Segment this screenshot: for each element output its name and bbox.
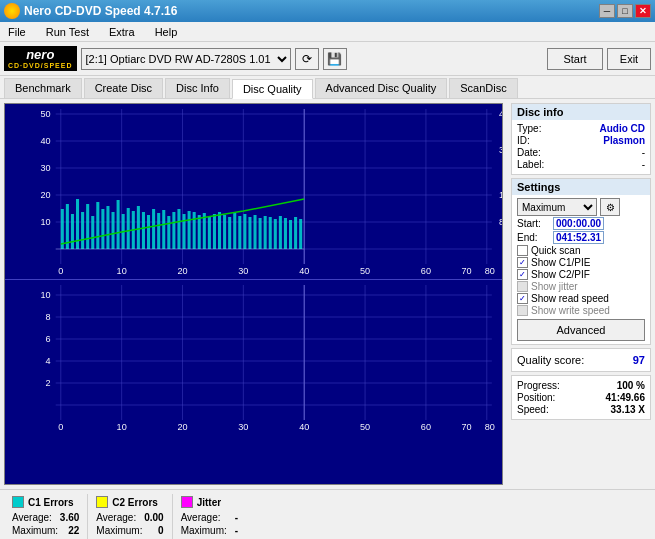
maximize-button[interactable]: □ bbox=[617, 4, 633, 18]
progress-row: Progress: 100 % bbox=[517, 380, 645, 391]
svg-text:30: 30 bbox=[238, 422, 248, 432]
main-content: 50 40 30 20 10 48 32 16 8 0 10 20 30 40 … bbox=[0, 99, 655, 489]
menu-file[interactable]: File bbox=[4, 24, 30, 40]
c1-errors-label: C1 Errors bbox=[28, 497, 74, 508]
quick-scan-row[interactable]: Quick scan bbox=[517, 245, 645, 256]
svg-rect-68 bbox=[233, 213, 236, 249]
jitter-average-label: Average: bbox=[181, 512, 221, 523]
quality-label: Quality score: bbox=[517, 354, 584, 366]
show-c2-label: Show C2/PIF bbox=[531, 269, 590, 280]
svg-rect-58 bbox=[183, 214, 186, 249]
chart-area: 50 40 30 20 10 48 32 16 8 0 10 20 30 40 … bbox=[4, 103, 503, 485]
svg-text:8: 8 bbox=[46, 312, 51, 322]
c1-errors-group: C1 Errors Average: 3.60 Maximum: 22 Tota… bbox=[4, 494, 88, 539]
disc-label-row: Label: - bbox=[517, 159, 645, 170]
svg-rect-47 bbox=[127, 208, 130, 249]
show-c2-checkbox[interactable]: ✓ bbox=[517, 269, 528, 280]
position-value: 41:49.66 bbox=[606, 392, 645, 403]
bottom-chart-svg: 10 8 6 4 2 0 10 20 30 40 50 60 70 80 bbox=[5, 280, 502, 435]
show-write-speed-checkbox[interactable] bbox=[517, 305, 528, 316]
svg-rect-61 bbox=[198, 215, 201, 249]
nero-text: nero bbox=[26, 48, 54, 62]
menu-extra[interactable]: Extra bbox=[105, 24, 139, 40]
disc-id-row: ID: Plasmon bbox=[517, 135, 645, 146]
progress-label: Progress: bbox=[517, 380, 560, 391]
c1-maximum-row: Maximum: 22 bbox=[12, 525, 79, 536]
c1-maximum-value: 22 bbox=[68, 525, 79, 536]
menu-help[interactable]: Help bbox=[151, 24, 182, 40]
show-jitter-checkbox[interactable] bbox=[517, 281, 528, 292]
svg-rect-40 bbox=[91, 216, 94, 249]
chart-top: 50 40 30 20 10 48 32 16 8 0 10 20 30 40 … bbox=[5, 104, 502, 280]
position-row: Position: 41:49.66 bbox=[517, 392, 645, 403]
disc-type-row: Type: Audio CD bbox=[517, 123, 645, 134]
settings-icon-btn[interactable]: ⚙ bbox=[600, 198, 620, 216]
show-c1-row[interactable]: ✓ Show C1/PIE bbox=[517, 257, 645, 268]
top-chart-svg: 50 40 30 20 10 48 32 16 8 0 10 20 30 40 … bbox=[5, 104, 502, 279]
disc-type-value: Audio CD bbox=[599, 123, 645, 134]
svg-text:50: 50 bbox=[360, 422, 370, 432]
svg-text:70: 70 bbox=[461, 266, 471, 276]
right-panel: Disc info Type: Audio CD ID: Plasmon Dat… bbox=[507, 99, 655, 489]
svg-rect-54 bbox=[162, 210, 165, 249]
svg-rect-67 bbox=[228, 217, 231, 249]
disc-type-label: Type: bbox=[517, 123, 541, 134]
save-button[interactable]: 💾 bbox=[323, 48, 347, 70]
svg-rect-64 bbox=[213, 214, 216, 249]
end-time-row: End: 041:52.31 bbox=[517, 231, 645, 244]
show-c2-row[interactable]: ✓ Show C2/PIF bbox=[517, 269, 645, 280]
svg-rect-70 bbox=[243, 214, 246, 249]
position-label: Position: bbox=[517, 392, 555, 403]
tab-advanced-disc-quality[interactable]: Advanced Disc Quality bbox=[315, 78, 448, 98]
tab-disc-quality[interactable]: Disc Quality bbox=[232, 79, 313, 99]
refresh-button[interactable]: ⟳ bbox=[295, 48, 319, 70]
quick-scan-label: Quick scan bbox=[531, 245, 580, 256]
show-read-speed-row[interactable]: ✓ Show read speed bbox=[517, 293, 645, 304]
progress-section: Progress: 100 % Position: 41:49.66 Speed… bbox=[511, 375, 651, 420]
menu-run-test[interactable]: Run Test bbox=[42, 24, 93, 40]
drive-selector[interactable]: [2:1] Optiarc DVD RW AD-7280S 1.01 bbox=[81, 48, 291, 70]
tab-disc-info[interactable]: Disc Info bbox=[165, 78, 230, 98]
cdspeed-text: CD·DVD/SPEED bbox=[8, 62, 73, 70]
disc-info-title: Disc info bbox=[512, 104, 650, 120]
end-value: 041:52.31 bbox=[553, 231, 604, 244]
quality-value: 97 bbox=[633, 354, 645, 366]
show-jitter-row[interactable]: Show jitter bbox=[517, 281, 645, 292]
svg-text:16: 16 bbox=[499, 190, 502, 200]
advanced-button[interactable]: Advanced bbox=[517, 319, 645, 341]
show-read-speed-label: Show read speed bbox=[531, 293, 609, 304]
c2-errors-label: C2 Errors bbox=[112, 497, 158, 508]
svg-text:20: 20 bbox=[40, 190, 50, 200]
tab-create-disc[interactable]: Create Disc bbox=[84, 78, 163, 98]
minimize-button[interactable]: ─ bbox=[599, 4, 615, 18]
svg-rect-43 bbox=[106, 206, 109, 249]
show-write-speed-row[interactable]: Show write speed bbox=[517, 305, 645, 316]
disc-label-value: - bbox=[642, 159, 645, 170]
tab-scandisc[interactable]: ScanDisc bbox=[449, 78, 517, 98]
jitter-maximum-row: Maximum: - bbox=[181, 525, 238, 536]
svg-text:30: 30 bbox=[40, 163, 50, 173]
close-button[interactable]: ✕ bbox=[635, 4, 651, 18]
window-controls[interactable]: ─ □ ✕ bbox=[599, 4, 651, 18]
svg-rect-69 bbox=[238, 216, 241, 249]
svg-rect-80 bbox=[294, 217, 297, 249]
quick-scan-checkbox[interactable] bbox=[517, 245, 528, 256]
show-c1-checkbox[interactable]: ✓ bbox=[517, 257, 528, 268]
show-read-speed-checkbox[interactable]: ✓ bbox=[517, 293, 528, 304]
svg-text:40: 40 bbox=[40, 136, 50, 146]
start-time-row: Start: 000:00.00 bbox=[517, 217, 645, 230]
svg-text:10: 10 bbox=[40, 290, 50, 300]
svg-rect-0 bbox=[5, 104, 502, 279]
speed-select[interactable]: Maximum bbox=[517, 198, 597, 216]
show-jitter-label: Show jitter bbox=[531, 281, 578, 292]
exit-button[interactable]: Exit bbox=[607, 48, 651, 70]
jitter-average-value: - bbox=[235, 512, 238, 523]
tab-benchmark[interactable]: Benchmark bbox=[4, 78, 82, 98]
start-button[interactable]: Start bbox=[547, 48, 603, 70]
c1-average-row: Average: 3.60 bbox=[12, 512, 79, 523]
c2-average-label: Average: bbox=[96, 512, 136, 523]
svg-text:6: 6 bbox=[46, 334, 51, 344]
quality-row: Quality score: 97 bbox=[517, 354, 645, 366]
disc-id-value: Plasmon bbox=[603, 135, 645, 146]
svg-rect-77 bbox=[279, 216, 282, 249]
